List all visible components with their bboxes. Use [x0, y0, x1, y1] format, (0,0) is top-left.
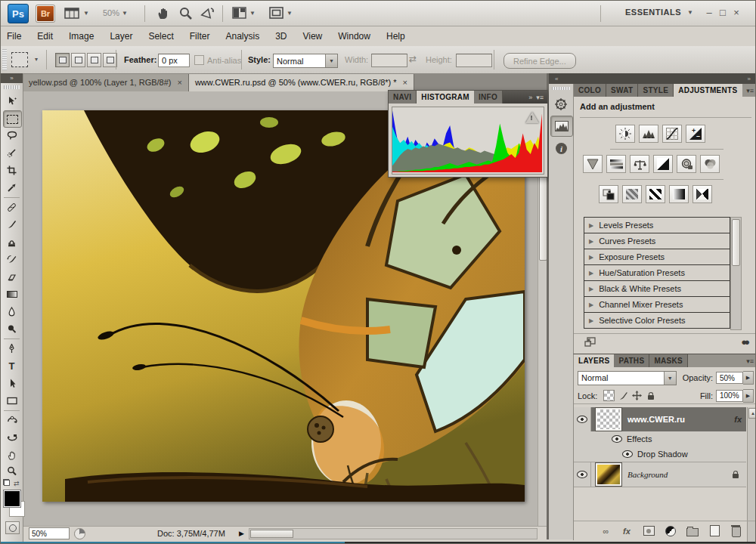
- height-input[interactable]: [456, 54, 492, 67]
- tools-panel-grip[interactable]: [4, 85, 20, 89]
- add-layer-mask-icon[interactable]: [642, 525, 655, 536]
- exposure-icon[interactable]: +–: [686, 125, 705, 143]
- collapse-panel-icon[interactable]: »: [528, 94, 532, 101]
- quick-selection-tool[interactable]: [3, 145, 20, 161]
- preset-exposure[interactable]: ▶Exposure Presets: [584, 249, 730, 265]
- menu-analysis[interactable]: Analysis: [225, 31, 268, 42]
- expand-triangle-icon[interactable]: ▶: [589, 270, 593, 277]
- foreground-color-swatch[interactable]: [4, 490, 20, 507]
- tab-paths[interactable]: PATHS: [614, 354, 649, 367]
- move-tool[interactable]: [3, 93, 20, 109]
- menu-filter[interactable]: Filter: [190, 31, 219, 42]
- posterize-icon[interactable]: [622, 185, 642, 203]
- layer-name[interactable]: www.CWER.ru: [627, 415, 685, 424]
- opacity-control[interactable]: 50% ▶: [716, 372, 754, 384]
- dodge-tool[interactable]: [3, 321, 20, 337]
- levels-icon[interactable]: [639, 125, 658, 143]
- lock-position-icon[interactable]: [632, 391, 642, 400]
- path-selection-tool[interactable]: [3, 376, 20, 391]
- gradient-tool[interactable]: [3, 286, 20, 302]
- lock-transparency-icon[interactable]: [603, 390, 615, 401]
- rectangular-marquee-tool[interactable]: [3, 110, 22, 128]
- lasso-tool[interactable]: [3, 128, 20, 144]
- collapse-dock-right-icon[interactable]: »: [748, 76, 751, 82]
- crop-tool[interactable]: [3, 162, 20, 178]
- fx-badge[interactable]: fx: [734, 415, 742, 424]
- curves-icon[interactable]: [662, 125, 682, 143]
- subtract-selection-button[interactable]: [87, 53, 101, 67]
- menu-window[interactable]: Window: [338, 31, 380, 42]
- histogram-panel-button[interactable]: [550, 116, 573, 137]
- hand-tool-button[interactable]: [156, 7, 172, 22]
- fill-value[interactable]: 100%: [716, 390, 743, 402]
- minimize-button[interactable]: –: [702, 7, 716, 18]
- preset-black-white[interactable]: ▶Black & White Presets: [584, 281, 730, 297]
- brush-tool[interactable]: [3, 217, 20, 233]
- selective-color-icon[interactable]: [692, 185, 712, 203]
- eyedropper-tool[interactable]: [3, 180, 20, 196]
- tools-panel-collapse-button[interactable]: »: [1, 73, 23, 83]
- lock-pixels-icon[interactable]: [618, 391, 628, 400]
- drop-shadow-row[interactable]: Drop Shadow: [574, 447, 746, 462]
- layer-row-cwer[interactable]: www.CWER.ru fx: [574, 407, 746, 432]
- threshold-icon[interactable]: [646, 185, 665, 203]
- delete-layer-icon[interactable]: [730, 525, 743, 536]
- info-panel-button[interactable]: i: [550, 138, 572, 158]
- expand-triangle-icon[interactable]: ▶: [589, 222, 593, 229]
- zoom-tool[interactable]: [3, 463, 20, 479]
- antialias-checkbox[interactable]: [194, 55, 204, 65]
- histogram-panel[interactable]: NAVI HISTOGRAM INFO » ▾≡ !: [388, 90, 548, 178]
- menu-view[interactable]: View: [302, 31, 331, 42]
- refine-edge-button[interactable]: Refine Edge...: [503, 53, 576, 69]
- tab-histogram[interactable]: HISTOGRAM: [417, 91, 474, 104]
- layer-style-icon[interactable]: fx: [620, 525, 634, 536]
- blend-mode-dropdown[interactable]: Normal ▼: [578, 371, 677, 385]
- pen-tool[interactable]: [3, 341, 20, 357]
- cached-data-warning-icon[interactable]: !: [525, 112, 539, 123]
- expand-triangle-icon[interactable]: ▶: [589, 301, 593, 308]
- preset-curves[interactable]: ▶Curves Presets: [584, 233, 730, 249]
- menu-image[interactable]: Image: [69, 31, 103, 42]
- panel-menu-icon[interactable]: ▾≡: [746, 87, 754, 94]
- add-selection-button[interactable]: [71, 53, 85, 67]
- menu-select[interactable]: Select: [148, 31, 182, 42]
- default-colors-icon[interactable]: [3, 479, 10, 486]
- channel-mixer-icon[interactable]: [700, 155, 720, 173]
- healing-brush-tool[interactable]: [3, 199, 20, 215]
- launch-bridge-button[interactable]: Br: [36, 5, 54, 22]
- new-group-icon[interactable]: [686, 525, 699, 536]
- expand-triangle-icon[interactable]: ▶: [589, 254, 593, 261]
- eraser-tool[interactable]: [3, 269, 20, 285]
- tab-info[interactable]: INFO: [474, 91, 503, 104]
- blur-tool[interactable]: [3, 304, 20, 320]
- brightness-contrast-icon[interactable]: [615, 125, 635, 143]
- expand-triangle-icon[interactable]: ▶: [589, 317, 593, 324]
- visibility-toggle[interactable]: [574, 462, 591, 487]
- new-selection-button[interactable]: [55, 53, 70, 67]
- effects-row[interactable]: Effects: [574, 431, 746, 447]
- document-tab-cwer[interactable]: www.CWER.ru.psd @ 50% (www.CWER.ru, RGB/…: [189, 74, 414, 91]
- menu-help[interactable]: Help: [386, 31, 414, 42]
- expanded-view-icon[interactable]: ●●: [741, 336, 747, 348]
- tab-swatches[interactable]: SWAT: [606, 84, 638, 97]
- maximize-button[interactable]: □: [716, 7, 730, 18]
- tool-preset-marquee-icon[interactable]: [11, 52, 28, 67]
- new-adjustment-layer-icon[interactable]: [664, 525, 677, 536]
- panel-menu-icon[interactable]: ▾≡: [536, 94, 544, 101]
- close-icon[interactable]: ×: [177, 78, 181, 87]
- preset-hue-saturation[interactable]: ▶Hue/Saturation Presets: [584, 265, 730, 281]
- quick-mask-button[interactable]: [5, 521, 20, 534]
- histogram-panel-header[interactable]: NAVI HISTOGRAM INFO » ▾≡: [389, 91, 547, 104]
- layer-row-background[interactable]: Background: [574, 462, 746, 487]
- eye-icon[interactable]: [622, 450, 633, 458]
- tab-adjustments[interactable]: ADJUSTMENTS: [674, 84, 742, 97]
- width-input[interactable]: [371, 54, 407, 67]
- hue-saturation-icon[interactable]: [606, 155, 626, 173]
- menu-layer[interactable]: Layer: [110, 31, 141, 42]
- fill-control[interactable]: 100% ▶: [716, 390, 754, 402]
- layer-thumbnail[interactable]: [596, 463, 621, 486]
- swap-colors-icon[interactable]: ⇄: [14, 480, 20, 487]
- history-brush-tool[interactable]: [3, 252, 20, 267]
- navigator-panel-button[interactable]: [550, 94, 572, 114]
- preset-levels[interactable]: ▶Levels Presets: [584, 218, 730, 233]
